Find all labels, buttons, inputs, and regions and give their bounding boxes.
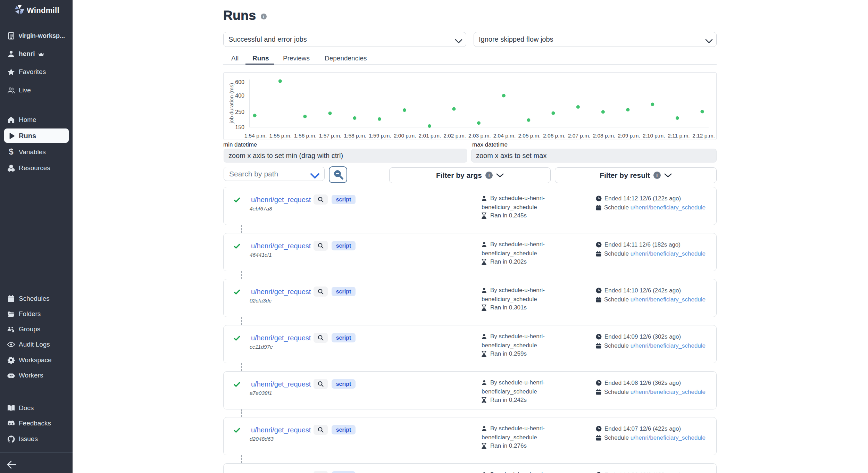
svg-text:2:07 p.m.: 2:07 p.m. bbox=[568, 133, 591, 139]
svg-text:150: 150 bbox=[235, 124, 244, 130]
svg-text:2:02 p.m.: 2:02 p.m. bbox=[443, 133, 466, 139]
svg-text:1:56 p.m.: 1:56 p.m. bbox=[294, 133, 317, 139]
svg-text:2:06 p.m.: 2:06 p.m. bbox=[543, 133, 566, 139]
svg-text:2:00 p.m.: 2:00 p.m. bbox=[394, 133, 416, 139]
svg-text:2:05 p.m.: 2:05 p.m. bbox=[518, 133, 541, 139]
svg-text:1:55 p.m.: 1:55 p.m. bbox=[269, 133, 292, 139]
svg-text:400: 400 bbox=[235, 93, 244, 99]
svg-text:2:09 p.m.: 2:09 p.m. bbox=[618, 133, 640, 139]
svg-text:600: 600 bbox=[235, 79, 244, 85]
svg-text:2:10 p.m.: 2:10 p.m. bbox=[643, 133, 665, 139]
svg-text:1:58 p.m.: 1:58 p.m. bbox=[344, 133, 366, 139]
svg-text:2:11 p.m.: 2:11 p.m. bbox=[668, 133, 690, 139]
svg-text:$: $ bbox=[9, 148, 14, 156]
svg-text:2:03 p.m.: 2:03 p.m. bbox=[468, 133, 491, 139]
svg-text:1:54 p.m.: 1:54 p.m. bbox=[244, 133, 267, 139]
svg-text:2:12 p.m.: 2:12 p.m. bbox=[692, 133, 715, 139]
svg-text:2:01 p.m.: 2:01 p.m. bbox=[419, 133, 441, 139]
svg-text:250: 250 bbox=[235, 109, 244, 115]
svg-text:job duration (ms): job duration (ms) bbox=[228, 83, 234, 124]
svg-text:1:57 p.m.: 1:57 p.m. bbox=[319, 133, 342, 139]
svg-text:1:59 p.m.: 1:59 p.m. bbox=[369, 133, 391, 139]
svg-text:2:08 p.m.: 2:08 p.m. bbox=[593, 133, 615, 139]
svg-text:2:04 p.m.: 2:04 p.m. bbox=[493, 133, 516, 139]
